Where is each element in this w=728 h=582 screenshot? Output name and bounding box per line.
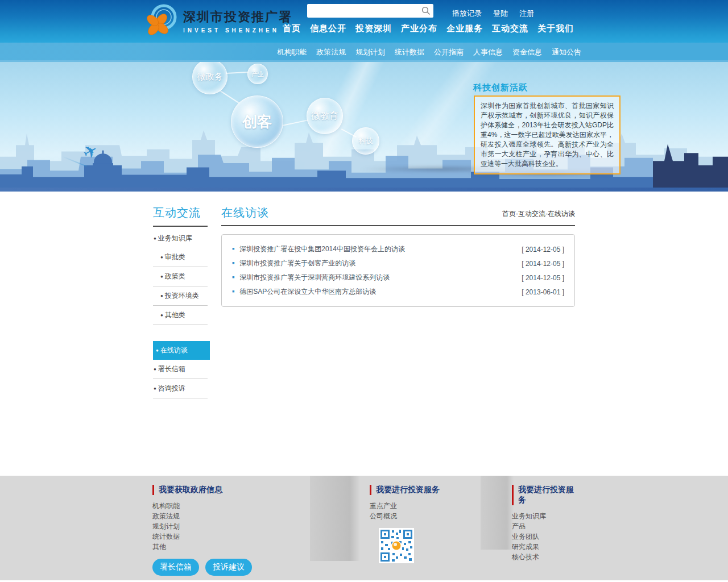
page-title: 在线访谈 — [221, 205, 269, 221]
nav-item-about-us[interactable]: 关于我们 — [537, 23, 574, 34]
site-subtitle: INVEST SHENZHEN — [183, 27, 292, 34]
banner-bottom-strip — [0, 188, 728, 192]
article-row: 德国SAP公司在深设立大中华区南方总部访谈 [ 2013-06-01 ] — [232, 285, 564, 299]
sidebar-item-knowledge-base[interactable]: 业务知识库 — [153, 229, 208, 248]
article-date: [ 2013-06-01 ] — [522, 288, 564, 296]
article-link[interactable]: 深圳投资推广署在投中集团2014中国投资年会上的访谈 — [232, 244, 405, 254]
sidebar-item-consult-complaint[interactable]: 咨询投诉 — [153, 379, 208, 398]
bubble-label: 微教育 — [311, 110, 338, 122]
main-nav: 首页 信息公开 投资深圳 产业分布 企业服务 互动交流 关于我们 — [283, 23, 574, 34]
complaint-suggestion-button[interactable]: 投诉建议 — [205, 559, 252, 576]
subnav-item-funds[interactable]: 资金信息 — [512, 47, 542, 57]
footer: 我要获取政府信息 机构职能 政策法规 规划计划 统计数据 其他 署长信箱 投诉建… — [0, 476, 728, 580]
bubble-label: 科技 — [358, 136, 373, 146]
footer-link[interactable]: 统计数据 — [152, 531, 370, 542]
footer-columns: 我要获取政府信息 机构职能 政策法规 规划计划 统计数据 其他 署长信箱 投诉建… — [145, 485, 583, 576]
bubble-micro-government[interactable]: 微政务 — [192, 59, 228, 94]
article-link[interactable]: 深圳市投资推广署关于深圳营商环境建设系列访谈 — [232, 273, 390, 282]
banner-panel-title: 科技创新活跃 — [473, 82, 528, 93]
subnav-item-guide[interactable]: 公开指南 — [434, 47, 464, 57]
sidebar-list: 业务知识库 审批类 政策类 投资环境类 其他类 在线访谈 署长信箱 咨询投诉 — [153, 229, 210, 398]
article-link[interactable]: 德国SAP公司在深设立大中华区南方总部访谈 — [232, 287, 376, 297]
nav-item-home[interactable]: 首页 — [283, 23, 301, 34]
footer-col-investment-services: 我要进行投资服务 重点产业 公司概况 — [370, 485, 512, 576]
article-link[interactable]: 深圳市投资推广署关于创客产业的访谈 — [232, 259, 355, 268]
bubble-connector — [226, 72, 249, 74]
footer-link[interactable]: 机构职能 — [152, 501, 370, 511]
bubble-micro-education[interactable]: 微教育 — [307, 98, 343, 134]
bubble-industry[interactable]: 产业 — [247, 64, 268, 84]
footer-heading: 我要获取政府信息 — [152, 485, 370, 495]
logo-icon — [143, 3, 179, 39]
footer-buttons: 署长信箱 投诉建议 — [152, 559, 370, 576]
footer-link[interactable]: 产品 — [512, 521, 581, 531]
subnav-item-statistics[interactable]: 统计数据 — [395, 47, 424, 57]
article-row: 深圳市投资推广署关于创客产业的访谈 [ 2014-12-05 ] — [232, 256, 564, 271]
sidebar-item-investment-environment[interactable]: 投资环境类 — [153, 286, 208, 306]
nav-item-industry-distribution[interactable]: 产业分布 — [401, 23, 437, 34]
subnav-item-policies[interactable]: 政策法规 — [316, 47, 346, 57]
nav-item-info-disclosure[interactable]: 信息公开 — [310, 23, 346, 34]
footer-link[interactable]: 其他 — [152, 542, 370, 552]
subnav-item-personnel[interactable]: 人事信息 — [473, 47, 503, 57]
sidebar-item-online-interview[interactable]: 在线访谈 — [153, 341, 210, 360]
hero-banner: 微政务 产业 创客 微教育 科技 科技创新活跃 深圳作为国家首批创新城市、首批国… — [0, 62, 728, 192]
article-date: [ 2014-12-05 ] — [522, 246, 564, 253]
footer-col-government-info: 我要获取政府信息 机构职能 政策法规 规划计划 统计数据 其他 署长信箱 投诉建… — [145, 485, 370, 576]
footer-heading: 我要进行投资服务 — [512, 485, 581, 505]
sidebar: 互动交流 业务知识库 审批类 政策类 投资环境类 其他类 在线访谈 署长信箱 咨… — [153, 205, 210, 476]
bubble-technology[interactable]: 科技 — [352, 127, 379, 155]
footer-link[interactable]: 政策法规 — [152, 511, 370, 521]
sidebar-item-policy[interactable]: 政策类 — [153, 267, 208, 286]
bubble-connector — [219, 90, 239, 104]
footer-link[interactable]: 重点产业 — [370, 501, 512, 511]
footer-link[interactable]: 核心技术 — [512, 552, 581, 562]
article-date: [ 2014-12-05 ] — [522, 260, 564, 268]
nav-item-enterprise-services[interactable]: 企业服务 — [446, 23, 483, 34]
article-row: 深圳市投资推广署关于深圳营商环境建设系列访谈 [ 2014-12-05 ] — [232, 271, 564, 285]
site-logo[interactable]: 深圳市投资推广署 INVEST SHENZHEN — [143, 3, 292, 39]
main-panel-header: 在线访谈 首页-互动交流-在线访谈 — [221, 205, 575, 226]
footer-link[interactable]: 业务团队 — [512, 531, 581, 542]
bubble-maker[interactable]: 创客 — [231, 95, 283, 148]
bubble-label: 创客 — [242, 112, 272, 132]
top-link-history[interactable]: 播放记录 — [452, 9, 482, 19]
bubble-label: 微政务 — [197, 72, 223, 82]
sidebar-item-director-mailbox[interactable]: 署长信箱 — [153, 360, 208, 379]
nav-item-invest-shenzhen[interactable]: 投资深圳 — [355, 23, 392, 34]
qr-code — [379, 528, 414, 563]
footer-link[interactable]: 公司概况 — [370, 511, 512, 521]
footer-heading: 我要进行投资服务 — [370, 485, 512, 495]
content-area: 互动交流 业务知识库 审批类 政策类 投资环境类 其他类 在线访谈 署长信箱 咨… — [153, 192, 575, 476]
banner-panel-text: 深圳作为国家首批创新城市、首批国家知识产权示范城市，创新环境优良，知识产权保护体… — [474, 95, 621, 174]
breadcrumb[interactable]: 首页-互动交流-在线访谈 — [502, 209, 575, 221]
search-input[interactable] — [311, 5, 420, 16]
top-links: 播放记录 登陆 注册 — [452, 9, 534, 19]
subnav-item-notices[interactable]: 通知公告 — [552, 47, 581, 57]
top-link-login[interactable]: 登陆 — [493, 9, 508, 19]
director-mailbox-button[interactable]: 署长信箱 — [152, 559, 199, 576]
search-box — [307, 4, 433, 18]
site-title: 深圳市投资推广署 — [183, 9, 292, 26]
footer-link[interactable]: 研究成果 — [512, 542, 581, 552]
search-icon[interactable] — [420, 5, 432, 17]
header: 深圳市投资推广署 INVEST SHENZHEN 播放记录 登陆 注册 首页 信… — [0, 0, 728, 43]
top-link-register[interactable]: 注册 — [519, 9, 534, 19]
bubble-label: 产业 — [251, 70, 264, 78]
subnav-item-planning[interactable]: 规划计划 — [355, 47, 385, 57]
subnav-item-functions[interactable]: 机构职能 — [277, 47, 307, 57]
footer-col-business-services: 我要进行投资服务 业务知识库 产品 业务团队 研究成果 核心技术 — [512, 485, 581, 576]
footer-link[interactable]: 业务知识库 — [512, 511, 581, 521]
footer-link[interactable]: 规划计划 — [152, 521, 370, 531]
sidebar-item-approval[interactable]: 审批类 — [153, 248, 208, 267]
main-panel: 在线访谈 首页-互动交流-在线访谈 深圳投资推广署在投中集团2014中国投资年会… — [221, 205, 575, 476]
subnav: 机构职能 政策法规 规划计划 统计数据 公开指南 人事信息 资金信息 通知公告 — [0, 43, 728, 62]
sidebar-item-others[interactable]: 其他类 — [153, 306, 208, 325]
nav-item-interaction[interactable]: 互动交流 — [492, 23, 528, 34]
article-list: 深圳投资推广署在投中集团2014中国投资年会上的访谈 [ 2014-12-05 … — [221, 234, 575, 307]
article-date: [ 2014-12-05 ] — [522, 274, 564, 282]
sidebar-title: 互动交流 — [153, 205, 208, 227]
airplane-icon — [83, 142, 97, 161]
article-row: 深圳投资推广署在投中集团2014中国投资年会上的访谈 [ 2014-12-05 … — [232, 242, 564, 256]
